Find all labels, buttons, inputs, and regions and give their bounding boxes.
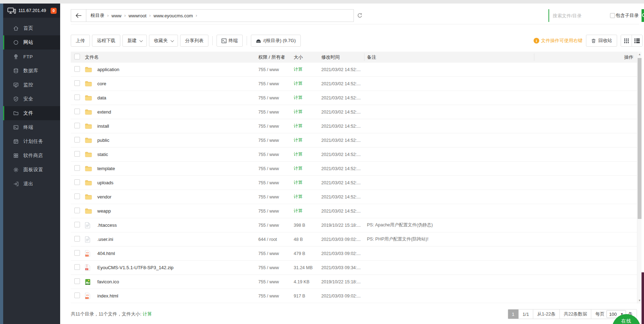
favorites-dropdown-button[interactable]: 收藏夹 — [149, 35, 178, 47]
sidebar-item-cron[interactable]: 计划任务 — [3, 134, 60, 149]
recycle-bin-button[interactable]: 回收站 — [586, 35, 617, 47]
upload-button[interactable]: 上传 — [71, 35, 90, 47]
file-name[interactable]: weapp — [97, 208, 258, 214]
header-size[interactable]: 大小 — [294, 54, 321, 60]
terminal-button[interactable]: 终端 — [217, 35, 243, 47]
row-checkbox[interactable] — [74, 293, 80, 298]
table-row[interactable]: <>HTM index.html 755 / www 917 B 2021/03… — [71, 289, 637, 303]
file-name[interactable]: data — [97, 95, 258, 100]
sidebar-item-terminal[interactable]: 终端 — [3, 120, 60, 134]
table-row[interactable]: uploads 755 / www 计算 2021/03/02 14:52:..… — [71, 176, 637, 190]
header-perm[interactable]: 权限 / 所有者 — [258, 54, 294, 60]
sidebar-item-website[interactable]: 网站 — [3, 35, 60, 50]
table-row[interactable]: weapp 755 / www 计算 2021/03/02 14:52:... — [71, 204, 637, 218]
table-row[interactable]: core 755 / www 计算 2021/03/02 14:52:... — [71, 77, 637, 91]
breadcrumb-item[interactable]: www.eyoucms.com — [154, 13, 193, 18]
back-button[interactable] — [71, 9, 86, 22]
sidebar-item-monitor[interactable]: 监控 — [3, 78, 60, 92]
remote-download-button[interactable]: 远程下载 — [92, 35, 120, 47]
row-checkbox[interactable] — [74, 137, 80, 143]
breadcrumb-item[interactable]: www — [111, 13, 121, 18]
grid-view-button[interactable] — [621, 35, 632, 46]
include-subdir-toggle[interactable]: 包含子目录 — [610, 12, 639, 19]
file-name[interactable]: static — [97, 152, 258, 157]
file-size[interactable]: 计算 — [294, 166, 321, 172]
table-row[interactable]: .htaccess 755 / www 398 B 2019/10/22 15:… — [71, 218, 637, 232]
row-checkbox[interactable] — [74, 109, 80, 114]
share-list-button[interactable]: 分享列表 — [180, 35, 208, 47]
file-name[interactable]: 404.html — [97, 251, 258, 256]
row-checkbox[interactable] — [74, 193, 80, 199]
table-row[interactable]: <>HTM 404.html 755 / www 479 B 2021/03/0… — [71, 247, 637, 261]
search-input[interactable] — [548, 9, 608, 22]
table-row[interactable]: install 755 / www 计算 2021/03/02 14:52:..… — [71, 119, 637, 133]
table-row[interactable]: ICO favicon.ico 755 / www 4.19 KB 2019/1… — [71, 275, 637, 289]
file-name[interactable]: EyouCMS-V1.5.1-UTF8-SP3_142.zip — [97, 265, 258, 270]
table-row[interactable]: .user.ini 644 / root 48 B 2021/03/03 09:… — [71, 232, 637, 247]
table-row[interactable]: ZIP EyouCMS-V1.5.1-UTF8-SP3_142.zip 755 … — [71, 261, 637, 275]
disk-root-button[interactable]: /(根目录) (9.7G) — [251, 35, 301, 47]
file-name[interactable]: application — [97, 67, 258, 72]
file-name[interactable]: install — [97, 123, 258, 129]
file-name[interactable]: vendor — [97, 194, 258, 199]
scrollbar-thumb[interactable] — [638, 58, 642, 219]
file-name[interactable]: index.html — [97, 293, 258, 299]
row-checkbox[interactable] — [74, 222, 80, 227]
file-name[interactable]: uploads — [97, 180, 258, 185]
table-row[interactable]: application 755 / www 计算 2021/03/02 14:5… — [71, 63, 637, 77]
file-size[interactable]: 计算 — [294, 194, 321, 200]
server-header[interactable]: 111.67.201.49 0 — [3, 4, 60, 18]
header-mtime[interactable]: 修改时间 — [321, 54, 367, 60]
table-row[interactable]: static 755 / www 计算 2021/03/02 14:52:... — [71, 147, 637, 162]
sidebar-item-database[interactable]: 数据库 — [3, 64, 60, 78]
row-checkbox[interactable] — [74, 151, 80, 157]
file-size[interactable]: 计算 — [294, 208, 321, 214]
file-size[interactable]: 计算 — [294, 109, 321, 115]
include-subdir-checkbox[interactable] — [610, 13, 615, 18]
row-checkbox[interactable] — [74, 165, 80, 171]
new-dropdown-button[interactable]: 新建 — [122, 35, 147, 47]
row-checkbox[interactable] — [74, 208, 80, 213]
file-size[interactable]: 计算 — [294, 95, 321, 101]
header-filename[interactable]: 文件名 — [85, 54, 258, 60]
file-size[interactable]: 计算 — [294, 180, 321, 186]
breadcrumb-item[interactable]: wwwroot — [128, 13, 146, 18]
calc-size-link[interactable]: 计算 — [143, 311, 152, 317]
row-checkbox[interactable] — [74, 250, 80, 256]
file-name[interactable]: public — [97, 138, 258, 143]
file-name[interactable]: core — [97, 81, 258, 86]
file-size[interactable]: 计算 — [294, 81, 321, 87]
row-checkbox[interactable] — [74, 236, 80, 242]
file-name[interactable]: template — [97, 166, 258, 171]
table-scrollbar[interactable]: ▲ ▼ — [637, 52, 642, 303]
select-all-checkbox[interactable] — [74, 54, 80, 59]
sidebar-item-appstore[interactable]: 软件商店 — [3, 149, 60, 163]
row-checkbox[interactable] — [74, 264, 80, 270]
scroll-up-icon[interactable]: ▲ — [637, 52, 642, 57]
sidebar-item-security[interactable]: 安全 — [3, 92, 60, 106]
table-row[interactable]: template 755 / www 计算 2021/03/02 14:52:.… — [71, 162, 637, 176]
file-name[interactable]: favicon.ico — [97, 279, 258, 284]
message-badge[interactable]: 0 — [51, 8, 57, 14]
file-name[interactable]: extend — [97, 109, 258, 115]
table-row[interactable]: data 755 / www 计算 2021/03/02 14:52:... — [71, 91, 637, 105]
table-row[interactable]: public 755 / www 计算 2021/03/02 14:52:... — [71, 133, 637, 147]
row-checkbox[interactable] — [74, 66, 80, 72]
refresh-button[interactable] — [354, 9, 366, 22]
page-number-button[interactable]: 1 — [508, 309, 518, 319]
sidebar-item-settings[interactable]: 面板设置 — [3, 163, 60, 177]
row-checkbox[interactable] — [74, 80, 80, 86]
file-size[interactable]: 计算 — [294, 137, 321, 143]
row-checkbox[interactable] — [74, 94, 80, 100]
search-button[interactable] — [642, 9, 644, 22]
sidebar-item-home[interactable]: 首页 — [3, 21, 60, 35]
file-size[interactable]: 计算 — [294, 66, 321, 73]
sidebar-item-logout[interactable]: 退出 — [3, 177, 60, 191]
file-size[interactable]: 计算 — [294, 151, 321, 157]
sidebar-item-files[interactable]: 文件 — [3, 106, 60, 120]
row-checkbox[interactable] — [74, 179, 80, 185]
file-name[interactable]: .htaccess — [97, 222, 258, 228]
table-row[interactable]: vendor 755 / www 计算 2021/03/02 14:52:... — [71, 190, 637, 204]
sidebar-item-ftp[interactable]: FTP — [3, 50, 60, 64]
breadcrumb-item[interactable]: 根目录 — [91, 12, 104, 19]
